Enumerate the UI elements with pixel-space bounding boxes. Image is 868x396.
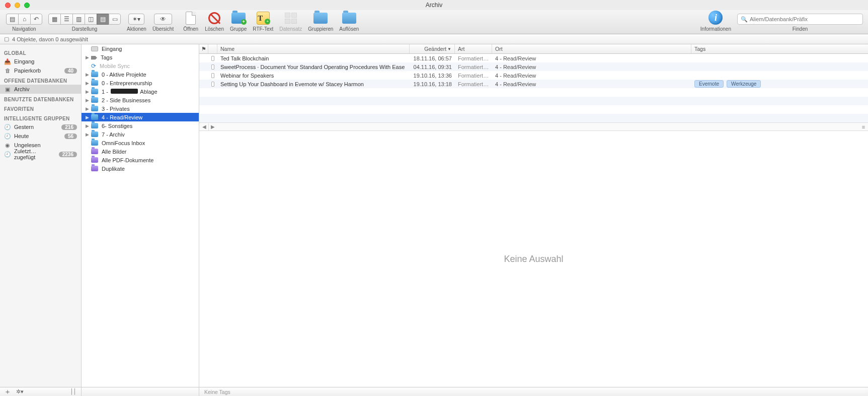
path-back-button[interactable]: ◀ [200,123,208,130]
disclosure-triangle-icon[interactable]: ▶ [85,89,90,94]
table-row[interactable]: Setting Up Your Dashboard in Evernote w/… [199,80,868,88]
view-split-button[interactable]: ◫ [85,14,97,25]
sidebar-header: GLOBAL [0,47,81,57]
nav-back-button[interactable]: ▤ [6,14,18,25]
status-bar: ＋ ✲▾ ⎢⎢ Keine Tags [0,387,868,396]
ungroup-label: Auflösen [339,26,359,32]
row-checkbox[interactable] [211,56,214,61]
inbox-icon [91,46,98,51]
column-name[interactable]: Name [217,44,410,53]
view-three-pane-button[interactable]: ▤ [97,14,109,25]
column-check[interactable] [208,44,217,53]
table-row[interactable]: Webinar for Speakers19.10.16, 13:36Forma… [199,71,868,80]
row-kind: Formatierte… [455,73,492,79]
tag-pill[interactable]: Evernote [694,80,724,88]
tree-item-label: 0 - Entrepreneurship [102,80,152,86]
delete-label: Löschen [205,26,224,32]
view-columns-button[interactable]: ▥ [72,14,85,25]
tree-item[interactable]: OmniFocus Inbox [82,139,199,147]
column-flag[interactable]: ⚑ [199,44,208,53]
count-badge: 56 [64,134,77,139]
search-field[interactable]: 🔍 [737,14,863,25]
row-checkbox[interactable] [211,64,214,70]
column-date-label: Geändert [424,46,446,52]
column-kind[interactable]: Art [455,44,492,53]
disclosure-triangle-icon[interactable]: ▶ [85,55,90,60]
tags-placeholder: Keine Tags [204,389,230,395]
disclosure-triangle-icon[interactable]: ▶ [85,106,90,111]
column-location[interactable]: Ort [492,44,691,53]
tree-item[interactable]: Alle PDF-Dokumente [82,156,199,164]
row-date: 18.11.16, 06:57 [410,55,455,61]
tree-item[interactable]: ▶0 - Aktive Projekte [82,70,199,79]
ungroup-action[interactable]: Auflösen [339,12,359,32]
row-checkbox[interactable] [211,82,214,87]
tree-item-label: Eingang [102,46,122,52]
tree-item[interactable]: ▶1 - Ablage [82,87,199,96]
table-row [199,97,868,105]
open-action[interactable]: Öffnen [183,12,199,32]
row-date: 19.10.16, 13:36 [410,73,455,79]
new-group-action[interactable]: + Gruppe [230,12,247,32]
tree-item[interactable]: ▶7 - Archiv [82,130,199,139]
disclosure-triangle-icon[interactable]: ▶ [85,132,90,137]
tree-item[interactable]: Duplikate [82,164,199,173]
folder-icon: + [231,13,246,24]
column-date[interactable]: Geändert ▼ [410,44,455,53]
disclosure-triangle-icon[interactable]: ▶ [85,115,90,120]
view-cover-button[interactable]: ▭ [109,14,121,25]
sidebar-item[interactable]: 🕘Zuletzt…zugefügt2236 [0,150,81,159]
folder-group-icon [313,13,328,24]
path-menu-icon[interactable]: ≡ [860,124,867,130]
group-by-action[interactable]: Gruppieren [308,12,333,32]
row-checkbox[interactable] [211,73,214,78]
overview-label: Übersicht [152,26,174,32]
sidebar-item[interactable]: 🗑Papierkorb40 [0,66,81,75]
add-button[interactable]: ＋ [4,387,11,397]
sidebar-item[interactable]: 📥Eingang [0,57,81,66]
tree-item[interactable]: ▶3 - Privates [82,104,199,113]
sidebar-item-label: Eingang [14,58,34,64]
sidebar-item[interactable]: 🕘Heute56 [0,131,81,141]
nav-up-button[interactable]: ↶ [30,14,42,25]
view-icons-button[interactable]: ▦ [48,14,60,25]
disclosure-triangle-icon[interactable]: ▶ [85,98,90,103]
dot-icon: ◉ [4,142,11,149]
redacted-text [111,89,138,94]
sidebar-header: BENUTZTE DATENBANKEN [0,94,81,103]
tag-pill[interactable]: Werkzeuge [727,80,761,88]
tree-item[interactable]: ▶4 - Read/Review [82,113,199,121]
quicklook-button[interactable]: 👁 [154,14,172,25]
disclosure-triangle-icon[interactable]: ▶ [85,81,90,86]
tree-item[interactable]: ▶6- Sonstiges [82,121,199,130]
table-row[interactable]: SweetProcess · Document Your Standard Op… [199,62,868,71]
gear-menu-button[interactable]: ✲▾ [16,388,24,395]
sidebar-item-label: Papierkorb [14,68,41,74]
column-tags[interactable]: Tags [691,44,868,53]
sidebar-item[interactable]: 🕘Gestern216 [0,122,81,131]
actions-menu-button[interactable]: ✶▾ [128,14,144,25]
row-location: 4 - Read/Review [492,73,691,79]
smart-folder-icon [91,166,98,171]
path-fwd-button[interactable]: ▶ [208,123,216,130]
row-location: 4 - Read/Review [492,81,691,87]
tree-item[interactable]: ⟳Mobile Sync [82,61,199,70]
view-list-button[interactable]: ☰ [60,14,72,25]
new-rtf-action[interactable]: T+ RTF-Text [253,12,273,32]
sidebar-resize-grip[interactable]: ⎢⎢ [71,388,77,395]
info-icon[interactable]: i [708,11,723,25]
tree-item[interactable]: Alle Bilder [82,147,199,156]
disclosure-triangle-icon[interactable]: ▶ [85,123,90,128]
tree-item[interactable]: Eingang [82,44,199,53]
nav-home-button[interactable]: ⌂ [18,14,30,25]
disclosure-triangle-icon[interactable]: ▶ [85,72,90,77]
tree-item[interactable]: ▶2 - Side Businesses [82,96,199,104]
delete-action[interactable]: Löschen [205,12,224,32]
search-input[interactable] [750,16,859,22]
group-label: Gruppe [230,26,247,32]
tree-item[interactable]: ▶0 - Entrepreneurship [82,79,199,87]
tree-item-label: Tags [101,54,112,60]
tree-item[interactable]: ▶Tags [82,53,199,61]
table-row[interactable]: Ted Talk Blockchain18.11.16, 06:57Format… [199,54,868,62]
sidebar-item[interactable]: ▣Archiv [0,85,81,94]
